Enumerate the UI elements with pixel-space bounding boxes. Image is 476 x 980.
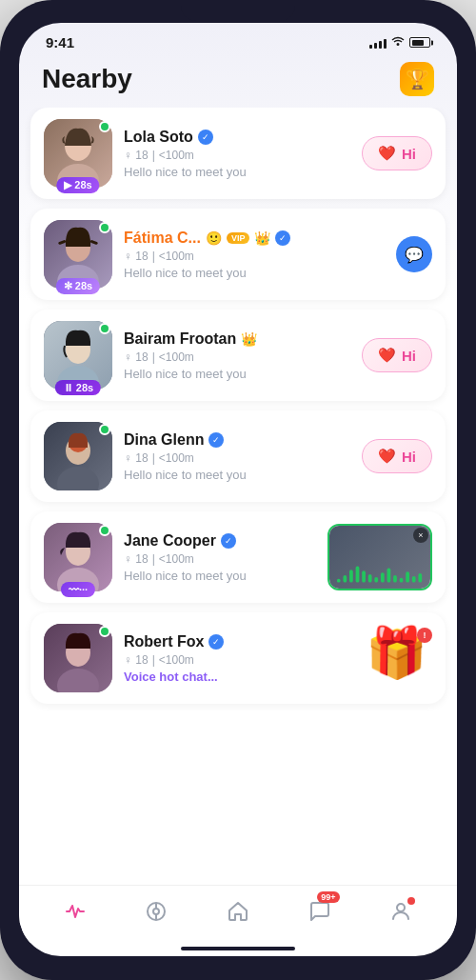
online-indicator-3: [99, 323, 110, 334]
floating-voice-card[interactable]: ×: [327, 524, 432, 590]
svg-rect-19: [343, 575, 347, 583]
svg-rect-18: [337, 579, 341, 583]
close-icon: ×: [418, 530, 423, 540]
voice-waveform: [335, 566, 425, 585]
trophy-icon: 🏆: [406, 68, 429, 90]
hi-button-3[interactable]: ❤️ Hi: [362, 338, 432, 372]
user-name-row-3: Bairam Frootan 👑: [124, 330, 350, 348]
avatar-wrapper-3: ⏸ 28s: [44, 321, 112, 390]
distance-4: <100m: [159, 451, 194, 465]
gender-age-3: ♀ 18: [124, 350, 149, 364]
verified-badge-5: ✓: [221, 533, 236, 549]
hi-label-1: Hi: [402, 146, 416, 162]
user-message-2: Hello nice to meet you: [124, 266, 385, 280]
avatar-wrapper-2: ✻ 28s: [44, 220, 112, 289]
user-name-4: Dina Glenn: [124, 431, 204, 449]
gender-age-2: ♀ 18: [124, 250, 149, 263]
status-icons: [369, 35, 430, 50]
svg-rect-26: [387, 568, 391, 582]
verified-badge-2: ✓: [275, 230, 290, 246]
hi-heart-icon-1: ❤️: [378, 145, 396, 162]
user-message-4: Hello nice to meet you: [124, 468, 350, 482]
user-meta-1: ♀ 18 | <100m: [124, 149, 350, 162]
user-name-2: Fátima C...: [124, 230, 201, 247]
user-card-3: ⏸ 28s Bairam Frootan 👑 ♀ 18 | <100m Hell…: [30, 310, 446, 401]
avatar-badge-2: ✻ 28s: [56, 278, 100, 294]
svg-rect-20: [349, 570, 353, 582]
nav-item-profile[interactable]: [377, 895, 425, 928]
battery-icon: [409, 37, 430, 48]
distance-5: <100m: [159, 552, 194, 566]
user-card-2: ✻ 28s Fátima C... 🙂 VIP 👑 ✓ ♀ 18 | <100m: [30, 209, 446, 300]
app-header: Nearby 🏆: [19, 54, 457, 108]
svg-rect-24: [374, 577, 378, 583]
svg-rect-29: [406, 571, 409, 582]
user-card-4: Dina Glenn ✓ ♀ 18 | <100m Hello nice to …: [30, 410, 446, 502]
gender-age-4: ♀ 18: [124, 451, 149, 465]
status-time: 9:41: [46, 34, 74, 50]
close-floating-button[interactable]: ×: [413, 528, 428, 543]
user-card-6: Robert Fox ✓ ♀ 18 | <100m Voice hot chat…: [30, 612, 446, 704]
distance-6: <100m: [159, 653, 194, 667]
gender-age-1: ♀ 18: [124, 149, 149, 162]
content-scroll[interactable]: ▶ 28s Lola Soto ✓ ♀ 18 | <100m Hello nic…: [19, 108, 457, 885]
user-name-1: Lola Soto: [124, 129, 193, 146]
svg-rect-30: [412, 576, 416, 583]
avatar-wrapper-6: [44, 624, 112, 692]
avatar-badge-3: ⏸ 28s: [55, 380, 101, 395]
svg-rect-25: [381, 572, 385, 582]
svg-rect-28: [400, 578, 404, 583]
home-indicator: [181, 947, 295, 950]
bottom-nav: 99+: [19, 885, 457, 943]
phone-screen: 9:41 Nearby 🏆: [19, 23, 457, 956]
user-meta-3: ♀ 18 | <100m: [124, 350, 350, 364]
nav-item-health[interactable]: [51, 895, 99, 928]
user-message-3: Hello nice to meet you: [124, 367, 350, 381]
message-button-2[interactable]: 💬: [396, 236, 432, 272]
user-name-row-2: Fátima C... 🙂 VIP 👑 ✓: [124, 230, 385, 247]
scroll-spacer: [30, 713, 446, 732]
avatar-badge-5: 〰···: [61, 582, 95, 597]
user-name-row-4: Dina Glenn ✓: [124, 431, 350, 449]
svg-point-36: [153, 909, 159, 914]
nav-item-explore[interactable]: [132, 895, 180, 928]
page-title: Nearby: [42, 64, 132, 94]
user-meta-4: ♀ 18 | <100m: [124, 451, 350, 465]
hi-heart-icon-3: ❤️: [378, 347, 396, 364]
user-info-2: Fátima C... 🙂 VIP 👑 ✓ ♀ 18 | <100m Hello…: [124, 230, 385, 280]
avatar-wrapper-1: ▶ 28s: [44, 119, 112, 188]
status-bar: 9:41: [19, 23, 457, 54]
leaf-icon: [144, 899, 169, 924]
online-indicator-2: [99, 222, 110, 233]
treasure-popup[interactable]: ! 🎁: [366, 628, 432, 694]
avatar-wrapper-4: [44, 422, 112, 490]
profile-notification-dot: [407, 897, 415, 905]
hi-label-4: Hi: [402, 449, 416, 465]
hi-label-3: Hi: [402, 348, 416, 364]
hi-button-1[interactable]: ❤️ Hi: [362, 136, 432, 170]
svg-rect-22: [362, 570, 366, 582]
phone-frame: 9:41 Nearby 🏆: [0, 0, 476, 980]
verified-badge-1: ✓: [198, 130, 213, 145]
message-icon-2: 💬: [405, 246, 424, 264]
trophy-button[interactable]: 🏆: [400, 62, 434, 96]
nav-item-chat[interactable]: 99+: [296, 895, 344, 928]
user-meta-2: ♀ 18 | <100m: [124, 250, 385, 263]
svg-rect-21: [356, 567, 360, 583]
heart-pulse-icon: [63, 899, 88, 924]
svg-point-39: [397, 904, 405, 911]
online-indicator-5: [99, 525, 110, 536]
user-card-5: 〰··· Jane Cooper ✓ ♀ 18 | <100m Hello ni…: [30, 511, 446, 603]
user-name-3: Bairam Frootan: [124, 330, 236, 348]
hi-button-4[interactable]: ❤️ Hi: [362, 439, 432, 473]
hi-heart-icon-4: ❤️: [378, 448, 396, 465]
distance-1: <100m: [159, 149, 194, 162]
user-info-1: Lola Soto ✓ ♀ 18 | <100m Hello nice to m…: [124, 129, 350, 179]
user-card-1: ▶ 28s Lola Soto ✓ ♀ 18 | <100m Hello nic…: [30, 108, 446, 199]
home-icon: [226, 899, 250, 924]
chat-badge: 99+: [317, 891, 339, 903]
nav-item-home[interactable]: [214, 895, 262, 928]
treasure-notification: !: [417, 628, 432, 643]
distance-3: <100m: [159, 350, 194, 364]
verified-badge-4: ✓: [208, 432, 224, 448]
